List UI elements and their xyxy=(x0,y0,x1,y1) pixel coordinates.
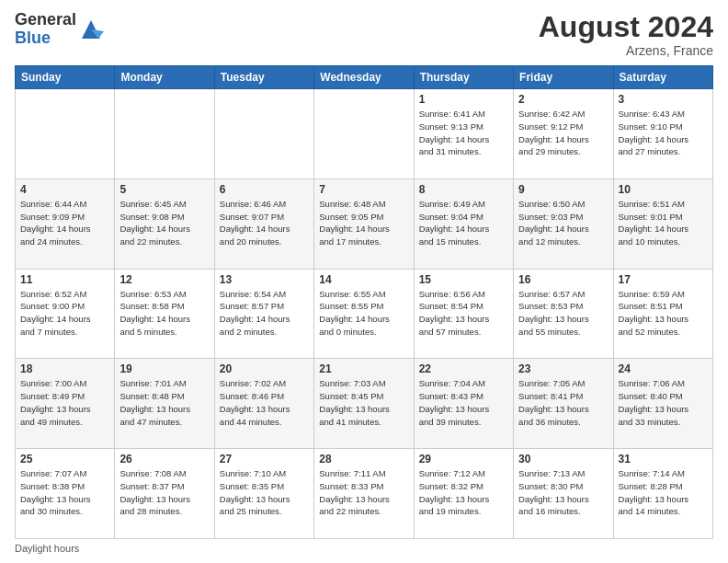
day-number: 13 xyxy=(220,273,309,286)
col-monday: Monday xyxy=(115,66,214,89)
calendar-cell: 28Sunrise: 7:11 AMSunset: 8:33 PMDayligh… xyxy=(314,449,414,539)
day-info: Sunrise: 7:04 AMSunset: 8:43 PMDaylight:… xyxy=(419,377,508,428)
day-number: 18 xyxy=(20,362,109,375)
calendar-cell: 6Sunrise: 6:46 AMSunset: 9:07 PMDaylight… xyxy=(214,178,313,269)
day-info: Sunrise: 7:06 AMSunset: 8:40 PMDaylight:… xyxy=(619,377,708,428)
day-number: 6 xyxy=(220,183,309,196)
calendar-cell: 21Sunrise: 7:03 AMSunset: 8:45 PMDayligh… xyxy=(314,359,414,449)
day-info: Sunrise: 6:52 AMSunset: 9:00 PMDaylight:… xyxy=(20,288,109,339)
day-info: Sunrise: 6:46 AMSunset: 9:07 PMDaylight:… xyxy=(220,198,309,248)
day-info: Sunrise: 6:48 AMSunset: 9:05 PMDaylight:… xyxy=(319,198,408,248)
calendar-cell: 2Sunrise: 6:42 AMSunset: 9:12 PMDaylight… xyxy=(514,89,613,179)
logo-text: General Blue xyxy=(15,11,76,48)
day-number: 22 xyxy=(419,362,508,375)
calendar-body: 1Sunrise: 6:41 AMSunset: 9:13 PMDaylight… xyxy=(16,89,713,539)
month-year: August 2024 xyxy=(539,11,713,43)
day-number: 9 xyxy=(518,183,608,196)
day-info: Sunrise: 6:41 AMSunset: 9:13 PMDaylight:… xyxy=(419,108,508,158)
calendar-cell: 24Sunrise: 7:06 AMSunset: 8:40 PMDayligh… xyxy=(613,359,712,449)
day-info: Sunrise: 6:56 AMSunset: 8:54 PMDaylight:… xyxy=(419,288,508,339)
calendar-cell: 1Sunrise: 6:41 AMSunset: 9:13 PMDaylight… xyxy=(414,89,513,179)
day-number: 5 xyxy=(119,183,209,196)
calendar-cell: 8Sunrise: 6:49 AMSunset: 9:04 PMDaylight… xyxy=(414,178,513,269)
logo-blue: Blue xyxy=(15,29,51,47)
day-info: Sunrise: 6:57 AMSunset: 8:53 PMDaylight:… xyxy=(518,288,608,339)
col-wednesday: Wednesday xyxy=(314,66,414,89)
calendar-cell xyxy=(214,89,313,179)
day-number: 10 xyxy=(619,183,708,196)
calendar-cell: 29Sunrise: 7:12 AMSunset: 8:32 PMDayligh… xyxy=(414,449,513,539)
day-number: 1 xyxy=(419,93,508,106)
day-info: Sunrise: 6:50 AMSunset: 9:03 PMDaylight:… xyxy=(518,198,608,248)
calendar-cell: 30Sunrise: 7:13 AMSunset: 8:30 PMDayligh… xyxy=(514,449,613,539)
calendar-header: Sunday Monday Tuesday Wednesday Thursday… xyxy=(16,66,713,89)
day-info: Sunrise: 7:13 AMSunset: 8:30 PMDaylight:… xyxy=(518,467,608,518)
day-number: 31 xyxy=(619,453,708,465)
daylight-hours-label: Daylight hours xyxy=(15,543,79,554)
calendar-week-4: 18Sunrise: 7:00 AMSunset: 8:49 PMDayligh… xyxy=(16,359,713,449)
day-number: 16 xyxy=(518,273,608,286)
day-info: Sunrise: 7:03 AMSunset: 8:45 PMDaylight:… xyxy=(319,377,408,428)
day-number: 21 xyxy=(319,362,408,375)
day-number: 7 xyxy=(319,183,408,196)
day-info: Sunrise: 7:14 AMSunset: 8:28 PMDaylight:… xyxy=(619,467,708,518)
calendar-cell: 12Sunrise: 6:53 AMSunset: 8:58 PMDayligh… xyxy=(115,269,214,359)
day-number: 26 xyxy=(119,453,209,465)
title-block: August 2024 Arzens, France xyxy=(539,11,713,58)
day-number: 12 xyxy=(119,273,209,286)
day-info: Sunrise: 7:02 AMSunset: 8:46 PMDaylight:… xyxy=(220,377,309,428)
day-number: 2 xyxy=(518,93,608,106)
calendar-cell: 22Sunrise: 7:04 AMSunset: 8:43 PMDayligh… xyxy=(414,359,513,449)
calendar-cell xyxy=(16,89,115,179)
calendar-cell: 26Sunrise: 7:08 AMSunset: 8:37 PMDayligh… xyxy=(115,449,214,539)
calendar-cell: 7Sunrise: 6:48 AMSunset: 9:05 PMDaylight… xyxy=(314,178,414,269)
calendar-cell xyxy=(314,89,414,179)
header-row: Sunday Monday Tuesday Wednesday Thursday… xyxy=(16,66,713,89)
day-info: Sunrise: 7:01 AMSunset: 8:48 PMDaylight:… xyxy=(119,377,209,428)
day-number: 29 xyxy=(419,453,508,465)
calendar-week-1: 1Sunrise: 6:41 AMSunset: 9:13 PMDaylight… xyxy=(16,89,713,179)
day-info: Sunrise: 6:43 AMSunset: 9:10 PMDaylight:… xyxy=(619,108,708,158)
day-number: 17 xyxy=(619,273,708,286)
calendar-cell: 13Sunrise: 6:54 AMSunset: 8:57 PMDayligh… xyxy=(214,269,313,359)
calendar-cell: 15Sunrise: 6:56 AMSunset: 8:54 PMDayligh… xyxy=(414,269,513,359)
calendar-week-3: 11Sunrise: 6:52 AMSunset: 9:00 PMDayligh… xyxy=(16,269,713,359)
calendar-cell: 17Sunrise: 6:59 AMSunset: 8:51 PMDayligh… xyxy=(613,269,712,359)
day-info: Sunrise: 6:42 AMSunset: 9:12 PMDaylight:… xyxy=(518,108,608,158)
calendar-cell xyxy=(115,89,214,179)
calendar-cell: 11Sunrise: 6:52 AMSunset: 9:00 PMDayligh… xyxy=(16,269,115,359)
day-info: Sunrise: 6:49 AMSunset: 9:04 PMDaylight:… xyxy=(419,198,508,248)
calendar-table: Sunday Monday Tuesday Wednesday Thursday… xyxy=(15,65,713,539)
calendar-cell: 14Sunrise: 6:55 AMSunset: 8:55 PMDayligh… xyxy=(314,269,414,359)
col-saturday: Saturday xyxy=(613,66,712,89)
calendar-cell: 20Sunrise: 7:02 AMSunset: 8:46 PMDayligh… xyxy=(214,359,313,449)
day-info: Sunrise: 6:59 AMSunset: 8:51 PMDaylight:… xyxy=(619,288,708,339)
day-info: Sunrise: 7:10 AMSunset: 8:35 PMDaylight:… xyxy=(220,467,309,518)
calendar-cell: 25Sunrise: 7:07 AMSunset: 8:38 PMDayligh… xyxy=(16,449,115,539)
day-info: Sunrise: 6:55 AMSunset: 8:55 PMDaylight:… xyxy=(319,288,408,339)
day-number: 11 xyxy=(20,273,109,286)
calendar-cell: 31Sunrise: 7:14 AMSunset: 8:28 PMDayligh… xyxy=(613,449,712,539)
day-number: 14 xyxy=(319,273,408,286)
calendar-cell: 10Sunrise: 6:51 AMSunset: 9:01 PMDayligh… xyxy=(613,178,712,269)
col-thursday: Thursday xyxy=(414,66,513,89)
day-info: Sunrise: 7:11 AMSunset: 8:33 PMDaylight:… xyxy=(319,467,408,518)
day-number: 27 xyxy=(220,453,309,465)
day-number: 30 xyxy=(518,453,608,465)
day-info: Sunrise: 6:51 AMSunset: 9:01 PMDaylight:… xyxy=(619,198,708,248)
day-number: 19 xyxy=(119,362,209,375)
day-info: Sunrise: 7:12 AMSunset: 8:32 PMDaylight:… xyxy=(419,467,508,518)
calendar-cell: 9Sunrise: 6:50 AMSunset: 9:03 PMDaylight… xyxy=(514,178,613,269)
calendar-cell: 19Sunrise: 7:01 AMSunset: 8:48 PMDayligh… xyxy=(115,359,214,449)
calendar-week-2: 4Sunrise: 6:44 AMSunset: 9:09 PMDaylight… xyxy=(16,178,713,269)
day-info: Sunrise: 7:00 AMSunset: 8:49 PMDaylight:… xyxy=(20,377,109,428)
page: General Blue August 2024 Arzens, France … xyxy=(0,0,728,563)
day-info: Sunrise: 7:07 AMSunset: 8:38 PMDaylight:… xyxy=(20,467,109,518)
calendar-cell: 16Sunrise: 6:57 AMSunset: 8:53 PMDayligh… xyxy=(514,269,613,359)
logo-general: General xyxy=(15,10,76,29)
col-friday: Friday xyxy=(514,66,613,89)
logo-icon xyxy=(78,17,104,42)
calendar-cell: 4Sunrise: 6:44 AMSunset: 9:09 PMDaylight… xyxy=(16,178,115,269)
calendar-cell: 18Sunrise: 7:00 AMSunset: 8:49 PMDayligh… xyxy=(16,359,115,449)
day-number: 25 xyxy=(20,453,109,465)
